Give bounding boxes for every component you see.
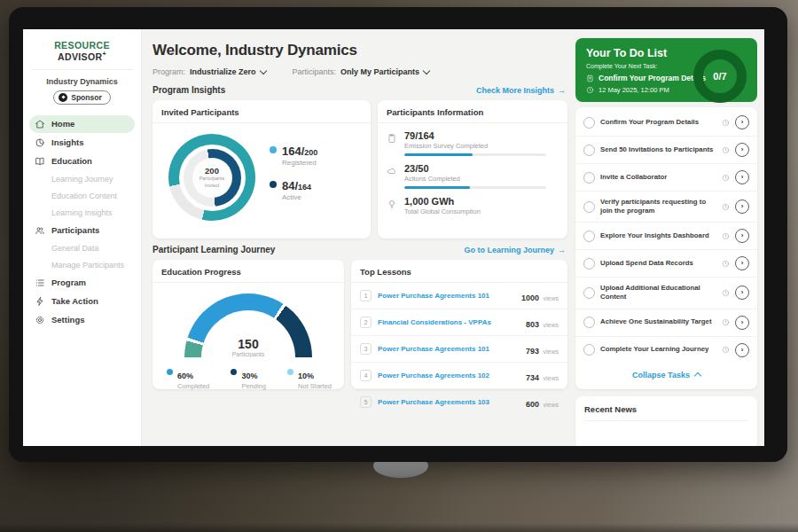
- info-label: Emission Survey Completed: [404, 142, 546, 150]
- arrow-right-icon: →: [558, 86, 566, 95]
- sidebar-item-education[interactable]: Education: [29, 153, 135, 170]
- lesson-link[interactable]: Power Purchase Agreements 101: [378, 292, 515, 300]
- lesson-row[interactable]: 3 Power Purchase Agreements 101 793 view…: [351, 335, 567, 362]
- task-open-button[interactable]: ›: [735, 170, 749, 184]
- todo-counter: 0/7: [713, 71, 726, 82]
- recent-news-card: Recent News: [575, 396, 757, 447]
- task-row[interactable]: Upload Additional Educational Content ›: [575, 277, 757, 308]
- sidebar-item-participants[interactable]: Participants: [29, 222, 135, 239]
- sidebar-item-label: Learning Insights: [51, 208, 113, 217]
- sidebar-item-take-action[interactable]: Take Action: [29, 293, 135, 310]
- task-open-button[interactable]: ›: [735, 343, 749, 357]
- task-row[interactable]: Explore Your Insights Dashboard ›: [575, 222, 757, 249]
- todo-tasks-card: Confirm Your Program Details › Send 50 I…: [575, 107, 757, 389]
- sidebar-item-program[interactable]: Program: [29, 274, 135, 292]
- task-open-button[interactable]: ›: [735, 200, 749, 214]
- task-row[interactable]: Achieve One Sustainability Target ›: [575, 309, 757, 336]
- task-checkbox[interactable]: [583, 258, 595, 270]
- task-open-button[interactable]: ›: [735, 256, 749, 270]
- lesson-rank: 5: [360, 396, 372, 408]
- task-open-button[interactable]: ›: [735, 115, 749, 129]
- lesson-link[interactable]: Power Purchase Agreements 101: [378, 345, 520, 353]
- education-gauge: 150 Participants: [184, 293, 312, 357]
- chevron-right-icon: ›: [741, 260, 744, 267]
- info-row-emission: 79/164 Emission Survey Completed: [378, 123, 567, 156]
- sponsor-icon: [59, 93, 67, 102]
- program-value: Industrialize Zero: [190, 67, 256, 76]
- task-label: Complete Your Learning Journey: [600, 345, 716, 354]
- lesson-row[interactable]: 2 Financial Considerations - VPPAs 803 v…: [351, 309, 567, 335]
- todo-summary-card: Your To Do List Complete Your Next Task:…: [575, 38, 757, 102]
- task-checkbox[interactable]: [583, 117, 595, 129]
- task-open-button[interactable]: ›: [735, 286, 749, 300]
- task-row[interactable]: Upload Spend Data Records ›: [575, 249, 757, 277]
- sidebar-item-general-data[interactable]: General Data: [29, 240, 135, 256]
- learning-journey-header: Participant Learning Journey Go to Learn…: [153, 245, 566, 254]
- section-title: Participant Learning Journey: [153, 245, 275, 254]
- task-label: Send 50 Invitations to Participants: [600, 145, 716, 154]
- invited-donut-outer: 200 Participants Invited: [168, 134, 255, 221]
- task-checkbox[interactable]: [583, 172, 595, 184]
- card-title: Education Progress: [153, 260, 344, 283]
- legend-label: Completed: [177, 382, 209, 390]
- lesson-views: 734 views: [526, 368, 559, 384]
- insights-cards: Invited Participants 200 Participants In…: [153, 100, 567, 239]
- lesson-row[interactable]: 1 Power Purchase Agreements 101 1000 vie…: [351, 283, 567, 309]
- lesson-row[interactable]: 4 Power Purchase Agreements 102 734 view…: [351, 362, 567, 388]
- info-label: Total Global Consumption: [404, 207, 481, 215]
- sidebar-item-label: Program: [51, 278, 86, 287]
- chevron-right-icon: ›: [741, 146, 744, 153]
- gauge-legend: 60% Completed 30% Pending: [153, 357, 344, 390]
- views-count: 734: [526, 373, 539, 382]
- sidebar-item-home[interactable]: Home: [29, 115, 135, 133]
- sidebar-item-learning-insights[interactable]: Learning Insights: [29, 205, 135, 221]
- lesson-link[interactable]: Power Purchase Agreements 102: [378, 372, 520, 379]
- participants-information-card: Participants Information 79/164 Emission…: [378, 100, 567, 239]
- task-checkbox[interactable]: [583, 231, 595, 242]
- monitor-bezel: RESOURCE ADVISOR+ Industry Dynamics Spon…: [9, 7, 787, 462]
- participants-select[interactable]: Participants: Only My Participants: [293, 67, 430, 76]
- sidebar-item-education-content[interactable]: Education Content: [29, 188, 135, 204]
- info-row-consumption: 1,000 GWh Total Global Consumption: [378, 189, 567, 219]
- sidebar-item-learning-journey[interactable]: Learning Journey: [29, 171, 135, 187]
- task-open-button[interactable]: ›: [735, 316, 749, 330]
- task-checkbox[interactable]: [583, 287, 595, 299]
- lesson-link[interactable]: Financial Considerations - VPPAs: [378, 318, 520, 326]
- task-row[interactable]: Send 50 Invitations to Participants ›: [575, 136, 757, 163]
- task-checkbox[interactable]: [583, 344, 595, 356]
- lesson-link[interactable]: Power Purchase Agreements 103: [378, 398, 520, 406]
- sidebar-item-manage-participants[interactable]: Manage Participants: [29, 257, 135, 273]
- collapse-tasks-link[interactable]: Collapse Tasks: [575, 364, 757, 387]
- views-suffix: views: [543, 322, 559, 328]
- education-progress-card: Education Progress 150 Participants: [153, 260, 344, 389]
- task-checkbox[interactable]: [583, 145, 595, 156]
- list-icon: [35, 278, 45, 288]
- link-label: Go to Learning Journey: [464, 246, 554, 254]
- sidebar-item-label: General Data: [51, 244, 99, 253]
- card-title: Invited Participants: [153, 100, 371, 123]
- lesson-views: 793 views: [526, 341, 559, 357]
- task-row[interactable]: Verify participants requesting to join t…: [575, 191, 757, 222]
- gauge-center-value: 150: [184, 337, 312, 351]
- task-label: Confirm Your Program Details: [600, 118, 716, 127]
- task-row[interactable]: Invite a Collaborator ›: [575, 163, 757, 191]
- task-open-button[interactable]: ›: [735, 229, 749, 243]
- info-value: 79/164: [404, 130, 546, 141]
- lesson-row[interactable]: 5 Power Purchase Agreements 103 600 view…: [351, 388, 567, 415]
- task-row[interactable]: Complete Your Learning Journey ›: [575, 336, 757, 364]
- task-label: Achieve One Sustainability Target: [600, 317, 716, 326]
- go-to-learning-journey-link[interactable]: Go to Learning Journey →: [464, 246, 566, 254]
- cloud-icon: [387, 166, 397, 176]
- invited-legend-dot: [270, 146, 277, 153]
- task-checkbox[interactable]: [583, 201, 595, 213]
- arrow-right-icon: →: [558, 246, 566, 254]
- gauge-center-label: Participants: [184, 351, 312, 357]
- sidebar-item-settings[interactable]: Settings: [29, 311, 135, 329]
- program-select[interactable]: Program: Industrialize Zero: [153, 67, 266, 76]
- task-checkbox[interactable]: [583, 317, 595, 328]
- task-row[interactable]: Confirm Your Program Details ›: [575, 109, 757, 136]
- check-more-insights-link[interactable]: Check More Insights →: [476, 86, 566, 95]
- task-open-button[interactable]: ›: [735, 143, 749, 157]
- sidebar-item-insights[interactable]: Insights: [29, 134, 135, 152]
- legend-label: Registered: [282, 159, 317, 167]
